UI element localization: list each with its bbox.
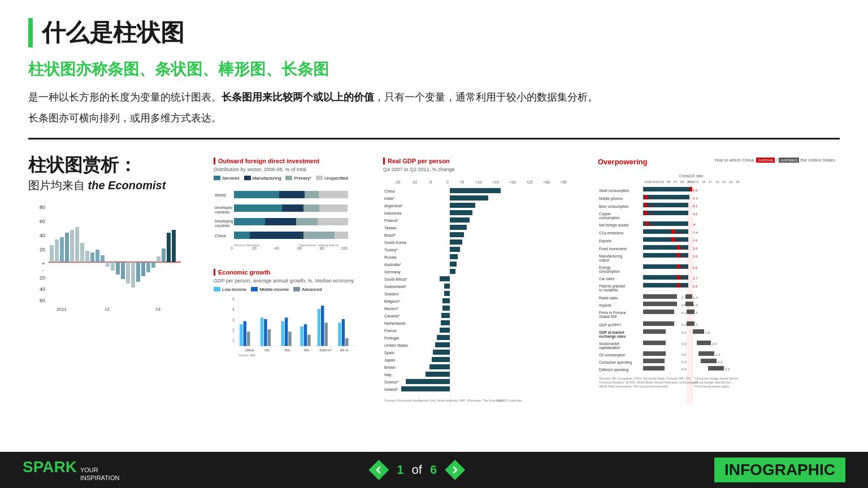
svg-rect-119 — [450, 210, 472, 215]
svg-rect-131 — [450, 254, 458, 259]
nav-next-button[interactable] — [445, 460, 465, 480]
svg-rect-63 — [250, 232, 303, 239]
svg-text:2011: 2011 — [687, 180, 695, 184]
svg-rect-255 — [643, 302, 677, 306]
svg-rect-212 — [643, 229, 688, 234]
svg-text:0.6: 0.6 — [676, 239, 681, 242]
desc-bold: 长条图用来比较两个或以上的价值 — [222, 91, 374, 103]
svg-rect-30 — [151, 262, 155, 268]
svg-text:South Africa*: South Africa* — [384, 277, 407, 281]
svg-text:2.0: 2.0 — [712, 342, 717, 346]
svg-text:China/US ratio: China/US ratio — [679, 174, 704, 178]
svg-text:4*: 4* — [693, 223, 696, 226]
footer-infographic-label: INFOGRAPHIC — [714, 457, 845, 482]
svg-rect-81 — [281, 321, 284, 346]
eco-growth-legend: Low-income Middle-income Advanced — [214, 287, 363, 292]
svg-text:40: 40 — [275, 246, 279, 250]
overpowering-container: Overpowering Year in which China: overto… — [593, 153, 840, 427]
panel-subtitle: 图片均来自 the Economist — [28, 178, 198, 193]
svg-text:0.3: 0.3 — [682, 360, 687, 364]
svg-text:1.0: 1.0 — [682, 266, 687, 269]
svg-rect-251 — [685, 294, 692, 299]
svg-text:7.4: 7.4 — [693, 231, 698, 234]
svg-rect-16 — [80, 243, 84, 262]
svg-text:Britain: Britain — [384, 365, 396, 369]
svg-text:2001: 2001 — [652, 180, 660, 184]
gdp-subtitle: Q4 2007 to Q2 2011, % change — [383, 167, 578, 172]
svg-text:Defence spending: Defence spending — [599, 368, 629, 372]
svg-rect-283 — [643, 351, 666, 356]
svg-text:Switzerland*: Switzerland* — [384, 285, 406, 289]
svg-rect-65 — [335, 232, 348, 239]
svg-rect-25 — [126, 262, 130, 284]
svg-text:0.3: 0.3 — [682, 342, 687, 346]
svg-rect-115 — [450, 195, 488, 201]
svg-text:1.4: 1.4 — [693, 311, 698, 315]
nav-prev-button[interactable] — [368, 460, 389, 480]
svg-text:4.2: 4.2 — [693, 212, 698, 216]
svg-text:Australia*: Australia* — [384, 263, 401, 267]
svg-rect-88 — [321, 306, 324, 346]
svg-text:Developed: Developed — [215, 206, 232, 210]
svg-rect-278 — [643, 341, 666, 345]
svg-text:40: 40 — [40, 286, 45, 292]
svg-text:1.0: 1.0 — [682, 255, 687, 258]
svg-text:Oil consumption: Oil consumption — [599, 353, 626, 358]
svg-rect-229 — [677, 253, 680, 258]
svg-rect-86 — [307, 334, 311, 346]
svg-text:US net foreign debt $2.5trn: US net foreign debt $2.5trn — [694, 381, 731, 384]
svg-text:0.3: 0.3 — [650, 223, 655, 226]
svg-text:exchange rates: exchange rates — [599, 334, 626, 339]
svg-text:17: 17 — [709, 180, 713, 184]
svg-rect-223 — [677, 245, 680, 250]
svg-rect-213 — [671, 229, 675, 234]
svg-text:-10: -10 — [411, 180, 417, 184]
svg-text:France: France — [384, 329, 397, 333]
svg-text:1.0: 1.0 — [682, 285, 687, 288]
svg-rect-167 — [401, 386, 450, 391]
svg-rect-79 — [264, 319, 267, 346]
svg-text:40: 40 — [40, 233, 45, 238]
title-bar-accent — [28, 18, 33, 47]
svg-text:*China net foreign assets $21t: *China net foreign assets $21trn; — [694, 377, 740, 380]
svg-rect-256 — [685, 302, 693, 306]
svg-rect-20 — [101, 255, 105, 262]
svg-text:Global 500: Global 500 — [599, 315, 617, 319]
svg-text:0.2: 0.2 — [682, 323, 687, 326]
svg-rect-113 — [450, 188, 501, 193]
svg-rect-129 — [450, 247, 460, 252]
svg-text:CO₂ emissions: CO₂ emissions — [599, 231, 624, 235]
svg-text:1.4: 1.4 — [693, 296, 698, 299]
svg-text:Canada*: Canada* — [384, 314, 400, 318]
svg-rect-21 — [106, 262, 110, 267]
svg-rect-121 — [450, 217, 470, 223]
svg-text:to residents: to residents — [599, 288, 618, 292]
svg-text:Developing: Developing — [215, 219, 233, 224]
svg-text:0: 0 — [446, 180, 449, 184]
svg-rect-92 — [345, 338, 349, 346]
desc-plain1: 是一种以长方形的长度为变量的统计图表。 — [28, 91, 222, 103]
svg-rect-62 — [234, 232, 250, 239]
svg-text:-: - — [42, 268, 44, 273]
svg-text:3: 3 — [232, 317, 235, 321]
svg-rect-293 — [643, 366, 665, 371]
svg-rect-161 — [429, 364, 450, 369]
svg-rect-157 — [433, 350, 450, 355]
svg-rect-34 — [172, 230, 176, 262]
svg-text:0.6: 0.6 — [676, 231, 681, 234]
svg-rect-87 — [318, 308, 321, 346]
svg-text:Turkey*: Turkey* — [384, 248, 398, 252]
svg-rect-139 — [444, 284, 450, 289]
svg-rect-15 — [75, 227, 79, 262]
svg-rect-240 — [677, 275, 680, 280]
svg-rect-149 — [441, 320, 450, 325]
svg-text:20: 20 — [40, 275, 45, 281]
svg-text:+: + — [42, 261, 45, 267]
svg-text:4: 4 — [232, 307, 235, 311]
svg-text:0.1: 0.1 — [682, 311, 687, 315]
svg-text:5: 5 — [232, 297, 235, 301]
svg-rect-208 — [645, 221, 649, 226]
svg-text:8.1: 8.1 — [693, 204, 698, 208]
svg-rect-272 — [643, 329, 666, 334]
fdi-legend: Services Manufacturing Primary* Unspecif… — [214, 176, 363, 181]
